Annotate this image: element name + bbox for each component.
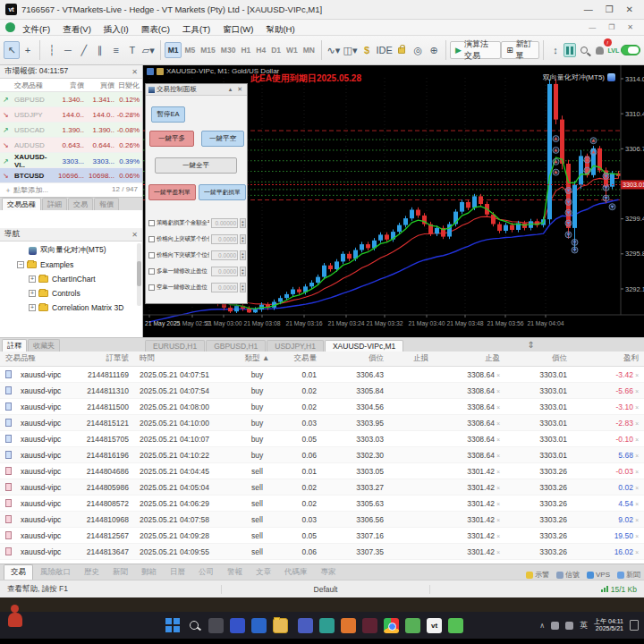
doc-close-button[interactable]: ✕	[627, 23, 633, 32]
tp-close-icon[interactable]: ×	[496, 549, 500, 555]
toolbox-新聞-button[interactable]: 新聞	[617, 570, 640, 580]
option-value-input[interactable]: 0.0000	[211, 234, 238, 244]
position-close-icon[interactable]: ×	[635, 501, 639, 507]
taskbar-app-app-dark-icon[interactable]	[208, 618, 224, 633]
timeframe-W1[interactable]: W1	[284, 43, 301, 57]
menu-插入(I)[interactable]: 插入(I)	[104, 24, 129, 34]
position-close-icon[interactable]: ×	[635, 485, 639, 491]
menu-幫助(H)[interactable]: 幫助(H)	[266, 24, 294, 34]
timeframe-M1[interactable]: M1	[165, 42, 182, 58]
radio-icon[interactable]: ◎	[410, 41, 426, 59]
doc-minimize-button[interactable]: —	[589, 23, 596, 32]
option-checkbox[interactable]	[148, 284, 155, 291]
cursor-icon[interactable]: ↖	[4, 41, 20, 59]
navigator-item-Controls[interactable]: +Controls	[0, 286, 142, 301]
navigator-item-双向量化对冲(MT5)[interactable]: 双向量化对冲(MT5)	[0, 243, 142, 258]
mw-col-3[interactable]: 日變化	[114, 80, 140, 90]
add-symbol-link[interactable]: ＋ 點擊添加...	[4, 185, 48, 195]
position-close-icon[interactable]: ×	[635, 436, 639, 443]
market-watch-row-BTCUSD[interactable]: ↘BTCUSD10696...10698...0.06%	[0, 168, 142, 183]
status-profile[interactable]: Default	[221, 585, 428, 594]
taskbar-app-vt-icon[interactable]: vt	[427, 618, 442, 633]
pause-ea-button[interactable]: 暫停EA	[151, 106, 185, 123]
order-row-2144811500[interactable]: xauusd-vipc21448115002025.05.21 04:08:00…	[0, 399, 644, 415]
tree-toggle-icon[interactable]: +	[29, 304, 36, 311]
timeframe-M30[interactable]: M30	[218, 43, 239, 57]
chart-tab-USDJPY,H1[interactable]: USDJPY,H1	[267, 340, 324, 352]
search-icon[interactable]	[576, 41, 592, 59]
toolbox-信號-button[interactable]: 信號	[556, 570, 580, 580]
market-watch-row-USDCAD[interactable]: ↗USDCAD1.390..1.390..-0.08%	[0, 123, 142, 138]
position-close-icon[interactable]: ×	[635, 549, 639, 555]
splitter-handle-icon[interactable]: ⇕	[528, 340, 535, 350]
close-profitable-button[interactable]: 一鍵平盈利單	[148, 184, 196, 200]
option-value-input[interactable]: 0.0000	[211, 283, 238, 292]
close-button[interactable]: ✕	[626, 5, 633, 14]
toolbox-tab-公司[interactable]: 公司	[192, 565, 220, 580]
timeframe-H4[interactable]: H4	[253, 43, 268, 57]
tp-close-icon[interactable]: ×	[496, 533, 500, 539]
menu-文件(F)[interactable]: 文件(F)	[22, 24, 50, 34]
taskbar-app-app-teal-icon[interactable]	[319, 618, 335, 633]
globe-icon[interactable]: ⊕	[426, 41, 442, 59]
navigator-item-Correlation Matrix 3D[interactable]: +Correlation Matrix 3D	[0, 301, 142, 315]
tp-close-icon[interactable]: ×	[496, 501, 500, 507]
toolbox-tab-文章[interactable]: 文章	[250, 565, 277, 580]
menu-圖表(C)[interactable]: 圖表(C)	[141, 24, 170, 34]
taskbar-clock[interactable]: 上午 04:11 2025/5/21	[594, 618, 623, 632]
position-close-icon[interactable]: ×	[635, 517, 639, 523]
timeframe-D1[interactable]: D1	[268, 43, 284, 57]
ea-panel-titlebar[interactable]: 交易控制面板 ▴ ✕	[146, 84, 247, 96]
notifications-bell-icon[interactable]: !	[592, 41, 608, 59]
tray-volume-icon[interactable]	[565, 622, 573, 630]
tray-network-icon[interactable]	[551, 622, 559, 630]
notification-center-icon[interactable]	[630, 620, 639, 631]
chart-tab-EURUSD,H1[interactable]: EURUSD,H1	[145, 340, 205, 352]
horizontal-line-icon[interactable]: ─	[60, 41, 76, 59]
orders-col-4[interactable]: 交易量	[277, 353, 322, 364]
lvl-toggle[interactable]	[621, 45, 640, 55]
tp-close-icon[interactable]: ×	[496, 436, 500, 443]
new-order-button[interactable]: ⊞新訂單	[501, 41, 539, 59]
chart-tab-XAUUSD-VIPc,M1[interactable]: XAUUSD-VIPc,M1	[325, 340, 403, 352]
toolbox-tab-日曆[interactable]: 日曆	[164, 565, 191, 580]
navigator-item-ChartInChart[interactable]: +ChartInChart	[0, 272, 142, 286]
ea-panel-controls[interactable]: ▴ ✕	[229, 86, 244, 93]
chart-tab-GBPUSD,H1[interactable]: GBPUSD,H1	[206, 340, 266, 352]
timeframe-H1[interactable]: H1	[238, 43, 253, 57]
position-close-icon[interactable]: ×	[635, 420, 639, 427]
order-row-2144816196[interactable]: xauusd-vipc21448161962025.05.21 04:10:22…	[0, 447, 644, 463]
option-checkbox[interactable]	[148, 252, 155, 258]
navigator-tab-收藏夹[interactable]: 收藏夹	[28, 339, 60, 352]
tp-close-icon[interactable]: ×	[496, 485, 500, 491]
toolbox-tab-代碼庫[interactable]: 代碼庫	[278, 565, 314, 580]
shapes-icon[interactable]: ▱▾	[140, 41, 157, 59]
position-close-icon[interactable]: ×	[635, 533, 639, 539]
navigator-scrollbar[interactable]	[137, 243, 141, 306]
orders-col-6[interactable]: 止損	[389, 353, 434, 364]
order-row-2144804686[interactable]: xauusd-vipc21448046862025.05.21 04:04:45…	[0, 463, 644, 479]
toolbox-tab-風險敞口[interactable]: 風險敞口	[34, 565, 77, 580]
close-shorts-button[interactable]: 一鍵平空	[201, 131, 244, 147]
ea-control-panel[interactable]: 交易控制面板 ▴ ✕ 暫停EA 一鍵平多 一鍵平空 一鍵全平 一鍵平盈利單 一鍵…	[145, 83, 248, 304]
spinner-icon[interactable]: ▴▾	[240, 267, 246, 276]
orders-col-2[interactable]: 時間	[134, 353, 237, 364]
toolbox-VPS-button[interactable]: VPS	[587, 571, 610, 579]
doc-restore-button[interactable]: ❐	[608, 23, 614, 32]
position-close-icon[interactable]: ×	[635, 388, 639, 394]
orders-col-0[interactable]: 交易品種	[0, 353, 72, 364]
tree-toggle-icon[interactable]: −	[17, 261, 24, 268]
orders-col-7[interactable]: 止盈	[434, 353, 505, 364]
orders-col-8[interactable]: 價位	[505, 353, 572, 364]
spinner-icon[interactable]: ▴▾	[240, 250, 246, 260]
position-close-icon[interactable]: ×	[635, 404, 639, 411]
tp-close-icon[interactable]: ×	[496, 453, 500, 459]
minimize-button[interactable]: —	[584, 5, 593, 14]
tp-close-icon[interactable]: ×	[496, 517, 500, 523]
orders-col-5[interactable]: 價位	[322, 353, 389, 364]
chart-area[interactable]: 3314.053310.403306.753299.453295.803292.…	[143, 65, 644, 337]
option-checkbox[interactable]	[148, 220, 155, 226]
menu-工具(T)[interactable]: 工具(T)	[182, 24, 210, 34]
order-row-2144815705[interactable]: xauusd-vipc21448157052025.05.21 04:10:07…	[0, 431, 644, 447]
lock-icon[interactable]	[394, 41, 410, 59]
